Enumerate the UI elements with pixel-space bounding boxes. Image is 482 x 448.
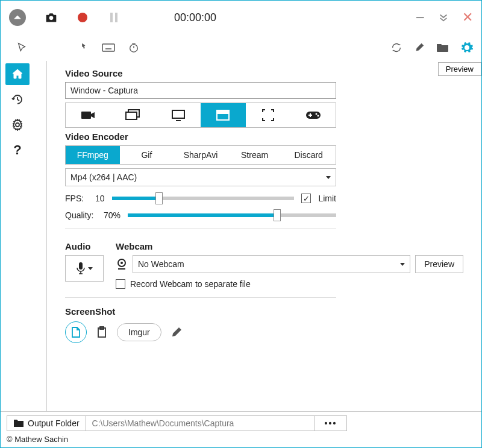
- svg-point-22: [315, 113, 317, 115]
- quality-row: Quality: 70%: [65, 210, 336, 220]
- webcam-icon: [116, 258, 128, 270]
- svg-rect-14: [81, 112, 91, 119]
- minimize-button[interactable]: −: [416, 8, 425, 27]
- audio-title: Audio: [65, 241, 104, 251]
- toolbar: [1, 34, 481, 61]
- folder-icon[interactable]: [437, 43, 449, 52]
- sidebar-help[interactable]: ?: [5, 139, 30, 161]
- webcam-dropdown[interactable]: No Webcam: [133, 255, 410, 273]
- cursor-icon[interactable]: [16, 42, 27, 53]
- main-area: ? Preview Video Source Window - Captura …: [1, 61, 481, 411]
- fps-value: 10: [95, 194, 105, 203]
- video-source-title: Video Source: [65, 68, 463, 78]
- settings-gear-icon[interactable]: [461, 42, 473, 54]
- svg-point-1: [78, 13, 87, 22]
- source-type-row: [65, 103, 336, 128]
- audio-mic-button[interactable]: [65, 255, 104, 282]
- svg-rect-3: [115, 13, 117, 22]
- sidebar-home[interactable]: [5, 63, 30, 85]
- encoder-tabs: FFmpeg Gif SharpAvi Stream Discard: [65, 145, 336, 165]
- video-encoder-title: Video Encoder: [65, 131, 463, 142]
- svg-point-28: [120, 262, 123, 264]
- content-panel: Preview Video Source Window - Captura Vi…: [46, 61, 481, 411]
- source-window[interactable]: [201, 103, 246, 127]
- record-button[interactable]: [77, 11, 89, 24]
- source-camera[interactable]: [66, 103, 111, 127]
- encoder-tab-stream[interactable]: Stream: [228, 146, 282, 164]
- screenshot-edit-button[interactable]: [171, 327, 182, 338]
- quality-slider[interactable]: [128, 213, 336, 217]
- brush-icon[interactable]: [414, 42, 425, 53]
- timer-icon[interactable]: [128, 42, 139, 53]
- click-icon[interactable]: [78, 42, 89, 53]
- svg-rect-17: [172, 110, 184, 118]
- fps-row: FPS: 10 ✓ Limit: [65, 194, 336, 203]
- copyright: © Mathew Sachin: [7, 435, 475, 444]
- timer-display: 00:00:00: [174, 11, 216, 24]
- fps-slider[interactable]: [112, 197, 295, 200]
- encoder-tab-sharpavi[interactable]: SharpAvi: [174, 146, 228, 164]
- screenshot-title: ScreenShot: [65, 306, 463, 317]
- webcam-separate-label: Record Webcam to separate file: [130, 279, 251, 289]
- svg-rect-25: [310, 113, 311, 117]
- keyboard-icon[interactable]: [102, 43, 115, 52]
- encoder-tab-discard[interactable]: Discard: [281, 146, 336, 164]
- svg-rect-20: [217, 110, 229, 113]
- screenshot-imgur-button[interactable]: Imgur: [117, 323, 161, 341]
- quality-value: 70%: [104, 210, 120, 220]
- svg-rect-4: [102, 44, 114, 51]
- chevron-down-icon: [88, 267, 93, 270]
- output-folder-label: Output Folder: [28, 418, 80, 428]
- source-game[interactable]: [290, 103, 336, 127]
- source-region[interactable]: [246, 103, 291, 127]
- screenshot-clipboard-button[interactable]: [96, 326, 107, 338]
- screenshot-row: Imgur: [65, 321, 463, 343]
- source-desktop[interactable]: [155, 103, 201, 127]
- svg-point-23: [317, 115, 319, 117]
- footer: Output Folder C:\Users\Mathew\Documents\…: [1, 411, 481, 447]
- webcam-selected: No Webcam: [138, 259, 184, 269]
- refresh-icon[interactable]: [391, 42, 402, 53]
- webcam-title: Webcam: [116, 241, 463, 251]
- codec-dropdown[interactable]: Mp4 (x264 | AAC): [65, 168, 336, 186]
- output-folder-button[interactable]: Output Folder: [7, 415, 86, 431]
- source-screens[interactable]: [111, 103, 156, 127]
- svg-point-13: [16, 123, 19, 127]
- divider: [65, 229, 336, 229]
- titlebar: 00:00:00 − ✕: [1, 1, 481, 34]
- encoder-tab-ffmpeg[interactable]: FFmpeg: [66, 146, 120, 164]
- svg-rect-2: [110, 13, 113, 22]
- chevron-down-icon: [326, 176, 331, 179]
- codec-value: Mp4 (x264 | AAC): [70, 172, 137, 182]
- quality-label: Quality:: [65, 210, 96, 220]
- fps-label: FPS:: [65, 194, 88, 203]
- output-folder-more[interactable]: •••: [315, 415, 348, 431]
- svg-point-0: [49, 16, 54, 21]
- pause-button[interactable]: [108, 11, 120, 24]
- output-folder-path[interactable]: C:\Users\Mathew\Documents\Captura: [86, 415, 315, 431]
- app-window: 00:00:00 − ✕: [0, 0, 482, 448]
- close-button[interactable]: ✕: [462, 10, 473, 25]
- webcam-preview-button[interactable]: Preview: [415, 255, 463, 273]
- sidebar-recent[interactable]: [5, 89, 30, 110]
- fps-limit-checkbox[interactable]: ✓: [301, 194, 311, 203]
- expand-button[interactable]: [438, 12, 449, 23]
- svg-rect-26: [79, 262, 83, 270]
- chevron-down-icon: [400, 263, 405, 266]
- screenshot-disk-button[interactable]: [65, 321, 87, 343]
- fps-limit-label: Limit: [318, 194, 336, 203]
- svg-rect-16: [126, 112, 137, 119]
- video-source-field[interactable]: Window - Captura: [65, 82, 336, 99]
- preview-button[interactable]: Preview: [438, 62, 481, 76]
- encoder-tab-gif[interactable]: Gif: [120, 146, 174, 164]
- sidebar: ?: [1, 61, 34, 411]
- webcam-separate-checkbox[interactable]: [116, 279, 125, 289]
- sidebar-settings[interactable]: [5, 114, 30, 136]
- divider: [65, 297, 336, 298]
- collapse-button[interactable]: [9, 9, 26, 26]
- camera-icon[interactable]: [45, 11, 57, 24]
